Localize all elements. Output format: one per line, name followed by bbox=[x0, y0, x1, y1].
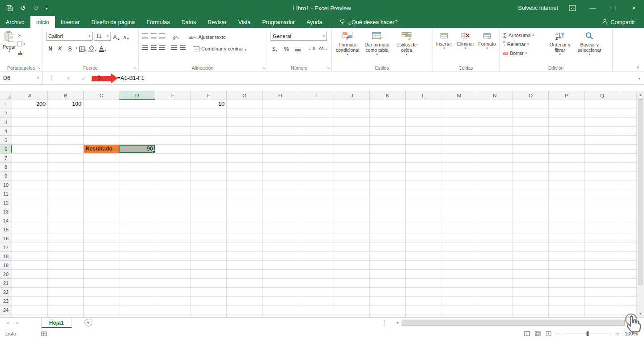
cell-K20[interactable] bbox=[370, 270, 406, 279]
column-header-K[interactable]: K bbox=[370, 91, 406, 100]
cell-J12[interactable] bbox=[334, 198, 370, 207]
cell-M15[interactable] bbox=[441, 225, 477, 234]
cell-F13[interactable] bbox=[191, 207, 227, 216]
cell-O23[interactable] bbox=[513, 297, 549, 306]
column-header-F[interactable]: F bbox=[191, 91, 227, 100]
cell-A24[interactable] bbox=[12, 306, 48, 314]
fill-button[interactable]: ↓Rellenar▾ bbox=[503, 40, 545, 49]
cell-P11[interactable] bbox=[549, 189, 585, 198]
row-header-20[interactable]: 20 bbox=[0, 270, 12, 279]
cell-G14[interactable] bbox=[227, 216, 263, 225]
scroll-left-icon[interactable]: ◄ bbox=[394, 321, 401, 325]
italic-button[interactable]: K bbox=[56, 44, 64, 52]
cell-N18[interactable] bbox=[477, 252, 513, 261]
cell-J18[interactable] bbox=[334, 252, 370, 261]
comma-format-button[interactable]: 000 bbox=[294, 44, 302, 53]
cell-D9[interactable] bbox=[119, 172, 155, 180]
orientation-button[interactable]: ab▾ bbox=[171, 32, 180, 40]
merge-center-button[interactable]: ↔Combinar y centrar▾ bbox=[193, 43, 246, 52]
cell-M20[interactable] bbox=[441, 270, 477, 279]
cell-Q5[interactable] bbox=[585, 136, 620, 145]
cell-I18[interactable] bbox=[298, 252, 334, 261]
cell-P3[interactable] bbox=[549, 118, 585, 127]
cell-P19[interactable] bbox=[549, 261, 585, 270]
column-header-J[interactable]: J bbox=[334, 91, 370, 100]
cell-F5[interactable] bbox=[191, 136, 227, 145]
cell-K1[interactable] bbox=[370, 100, 406, 109]
cell-K14[interactable] bbox=[370, 216, 406, 225]
align-middle-icon[interactable] bbox=[151, 33, 157, 38]
cell-G12[interactable] bbox=[227, 198, 263, 207]
formula-input[interactable]: =A1-B1-F1 bbox=[117, 72, 635, 84]
cell-K15[interactable] bbox=[370, 225, 406, 234]
cell-A1[interactable]: 200 bbox=[12, 100, 48, 109]
cell-G3[interactable] bbox=[227, 118, 263, 127]
cell-B2[interactable] bbox=[48, 109, 84, 118]
cell-L12[interactable] bbox=[406, 198, 441, 207]
cell-C20[interactable] bbox=[84, 270, 119, 279]
cell-N8[interactable] bbox=[477, 163, 513, 172]
cell-L11[interactable] bbox=[406, 189, 441, 198]
cell-G10[interactable] bbox=[227, 180, 263, 189]
cell-D11[interactable] bbox=[119, 189, 155, 198]
cell-P16[interactable] bbox=[549, 234, 585, 243]
tab-archivo[interactable]: Archivo bbox=[0, 16, 30, 28]
currency-format-button[interactable]: $▾ bbox=[271, 44, 279, 53]
cell-H8[interactable] bbox=[263, 163, 298, 172]
cell-O16[interactable] bbox=[513, 234, 549, 243]
cell-D24[interactable] bbox=[119, 306, 155, 314]
cell-Q10[interactable] bbox=[585, 180, 620, 189]
cell-F16[interactable] bbox=[191, 234, 227, 243]
cell-G11[interactable] bbox=[227, 189, 263, 198]
cell-H18[interactable] bbox=[263, 252, 298, 261]
cell-C4[interactable] bbox=[84, 127, 119, 136]
add-sheet-button[interactable]: + bbox=[85, 319, 92, 326]
cell-B22[interactable] bbox=[48, 288, 84, 297]
cell-P23[interactable] bbox=[549, 297, 585, 306]
cell-H5[interactable] bbox=[263, 136, 298, 145]
cell-B10[interactable] bbox=[48, 180, 84, 189]
cell-L9[interactable] bbox=[406, 172, 441, 180]
cell-H6[interactable] bbox=[263, 145, 298, 154]
cell-F17[interactable] bbox=[191, 243, 227, 252]
cell-L19[interactable] bbox=[406, 261, 441, 270]
cell-F18[interactable] bbox=[191, 252, 227, 261]
cell-Q9[interactable] bbox=[585, 172, 620, 180]
cell-O22[interactable] bbox=[513, 288, 549, 297]
cell-G7[interactable] bbox=[227, 154, 263, 163]
tab-revisar[interactable]: Revisar bbox=[202, 16, 232, 28]
cell-F11[interactable] bbox=[191, 189, 227, 198]
column-header-P[interactable]: P bbox=[549, 91, 585, 100]
cell-Q19[interactable] bbox=[585, 261, 620, 270]
cell-A15[interactable] bbox=[12, 225, 48, 234]
cell-H14[interactable] bbox=[263, 216, 298, 225]
cell-K3[interactable] bbox=[370, 118, 406, 127]
cell-I17[interactable] bbox=[298, 243, 334, 252]
cell-L8[interactable] bbox=[406, 163, 441, 172]
cell-M3[interactable] bbox=[441, 118, 477, 127]
cell-J14[interactable] bbox=[334, 216, 370, 225]
cell-P4[interactable] bbox=[549, 127, 585, 136]
cell-M12[interactable] bbox=[441, 198, 477, 207]
cell-J7[interactable] bbox=[334, 154, 370, 163]
cell-K9[interactable] bbox=[370, 172, 406, 180]
insert-function-icon[interactable]: fx bbox=[92, 72, 107, 84]
align-left-icon[interactable] bbox=[142, 45, 148, 50]
cell-O24[interactable] bbox=[513, 306, 549, 314]
decrease-font-button[interactable]: A▼ bbox=[122, 32, 131, 41]
cell-Q3[interactable] bbox=[585, 118, 620, 127]
cell-H9[interactable] bbox=[263, 172, 298, 180]
align-center-icon[interactable] bbox=[151, 45, 157, 50]
percent-format-button[interactable]: % bbox=[282, 44, 291, 53]
cell-Q6[interactable] bbox=[585, 145, 620, 154]
cell-E20[interactable] bbox=[155, 270, 191, 279]
cell-J6[interactable] bbox=[334, 145, 370, 154]
cell-D19[interactable] bbox=[119, 261, 155, 270]
cell-J10[interactable] bbox=[334, 180, 370, 189]
cell-H16[interactable] bbox=[263, 234, 298, 243]
cell-A19[interactable] bbox=[12, 261, 48, 270]
cell-E24[interactable] bbox=[155, 306, 191, 314]
enter-icon[interactable]: ✓ bbox=[76, 72, 92, 84]
cell-J21[interactable] bbox=[334, 279, 370, 288]
cell-E1[interactable] bbox=[155, 100, 191, 109]
